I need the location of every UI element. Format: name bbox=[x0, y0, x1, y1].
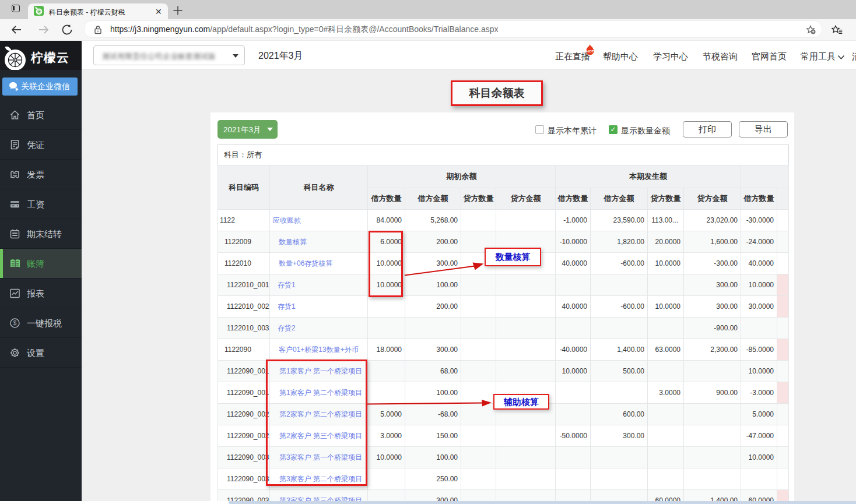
svg-text:$: $ bbox=[13, 320, 17, 326]
svg-text:HOT: HOT bbox=[587, 49, 594, 53]
